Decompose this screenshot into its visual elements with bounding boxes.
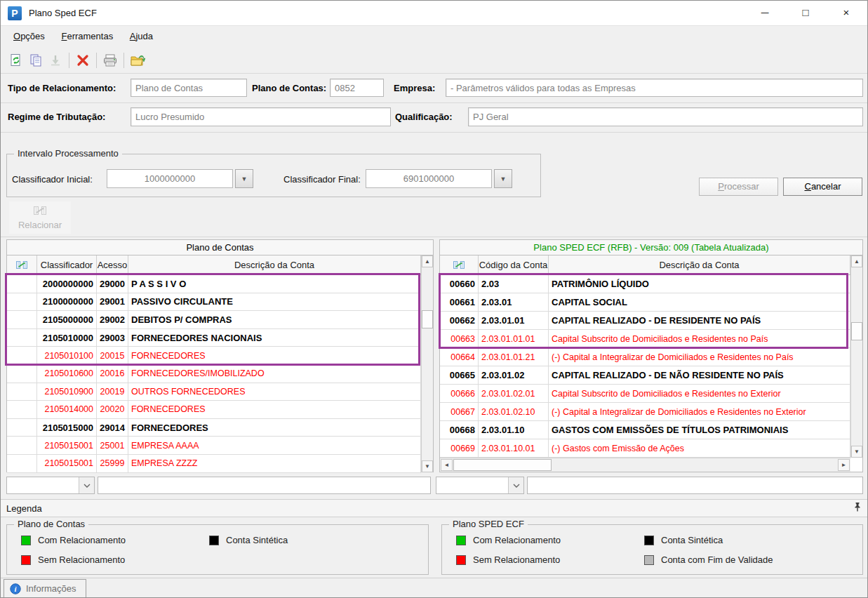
classificador-inicial-input[interactable]: 1000000000 (107, 169, 233, 188)
right-filter-input[interactable] (527, 477, 863, 494)
scrollbar-thumb[interactable] (453, 459, 552, 471)
plano-contas-header: Classificador Acesso Descrição da Conta (7, 255, 421, 275)
table-row[interactable]: 2105000000 29002 DEBITOS P/ COMPRAS (7, 311, 421, 329)
column-header-codigo[interactable]: Código da Conta (479, 255, 549, 274)
row-indicator-cell (7, 329, 37, 347)
table-row[interactable]: 2105010900 20019 OUTROS FORNECEDORES (7, 383, 421, 401)
column-header-acesso[interactable]: Acesso (97, 255, 128, 274)
descricao-cell: FORNECEDORES/IMOBILIZADO (128, 365, 421, 383)
descricao-cell: GASTOS COM EMISSÕES DE TÍTULOS PATRIMONI… (549, 421, 850, 439)
minimize-button[interactable]: ─ (749, 1, 781, 25)
pin-icon[interactable] (853, 502, 862, 514)
relate-grid-icon[interactable] (440, 255, 479, 274)
refresh-icon[interactable] (6, 51, 26, 70)
row-indicator-cell (7, 275, 37, 293)
relacionar-button[interactable]: Relacionar (9, 201, 71, 234)
regime-field[interactable]: Lucro Presumido (131, 107, 391, 126)
acesso-cell: 20015 (97, 347, 128, 364)
scrollbar-thumb[interactable] (851, 322, 862, 340)
menu-opcoes[interactable]: Opções (6, 27, 52, 46)
table-row[interactable]: 2105015001 25999 EMPRESA ZZZZ (7, 455, 421, 473)
table-row[interactable]: 2000000000 29000 P A S S I V O (7, 275, 421, 293)
app-icon: P (8, 6, 22, 20)
tab-informacoes[interactable]: i Informações (4, 579, 86, 598)
descricao-cell: EMPRESA AAAA (128, 437, 421, 454)
table-row[interactable]: 2105010000 29003 FORNECEDORES NACIONAIS (7, 329, 421, 347)
row-indicator-cell (7, 347, 37, 364)
table-row[interactable]: 2105010600 20016 FORNECEDORES/IMOBILIZAD… (7, 365, 421, 383)
scrollbar-thumb[interactable] (422, 310, 433, 328)
table-row[interactable]: 2105015001 25001 EMPRESA AAAA (7, 437, 421, 455)
cancelar-button[interactable]: Cancelar (783, 178, 862, 196)
table-row[interactable]: 00662 2.03.01.01 CAPITAL REALIZADO - DE … (440, 312, 850, 330)
row-indicator-cell (7, 437, 37, 454)
classificador-final-dropdown[interactable]: ▼ (494, 169, 512, 188)
scroll-right-icon[interactable]: ► (838, 459, 850, 471)
print-icon[interactable] (100, 51, 120, 70)
column-header-descricao[interactable]: Descrição da Conta (128, 255, 421, 274)
descricao-cell: CAPITAL SOCIAL (549, 293, 850, 311)
menu-ferramentas[interactable]: Ferramentas (54, 27, 120, 46)
red-swatch (456, 555, 466, 565)
vertical-scrollbar[interactable]: ▲ ▼ (421, 255, 433, 472)
table-row[interactable]: 2105010100 20015 FORNECEDORES (7, 347, 421, 365)
delete-icon[interactable] (73, 51, 93, 70)
classificador-final-input[interactable]: 6901000000 (366, 169, 492, 188)
vertical-scrollbar[interactable]: ▲ ▼ (850, 255, 862, 458)
classificador-inicial-dropdown[interactable]: ▼ (235, 169, 253, 188)
empresa-field[interactable]: - Parâmetros válidos para todas as Empre… (446, 79, 863, 97)
numero-cell: 00664 (440, 348, 479, 366)
processar-button[interactable]: Processar (699, 178, 778, 196)
codigo-cell: 2.03.01.02.01 (479, 385, 549, 402)
table-row[interactable]: 00661 2.03.01 CAPITAL SOCIAL (440, 293, 850, 312)
codigo-cell: 2.03.01.01.21 (479, 348, 549, 366)
menu-ajuda[interactable]: Ajuda (123, 27, 160, 46)
numero-cell: 00669 (440, 439, 479, 457)
descricao-cell: FORNECEDORES NACIONAIS (128, 329, 421, 347)
maximize-button[interactable]: □ (789, 1, 822, 25)
column-header-descricao[interactable]: Descrição da Conta (549, 255, 850, 274)
table-row[interactable]: 00665 2.03.01.02 CAPITAL REALIZADO - DE … (440, 366, 850, 385)
table-row[interactable]: 2100000000 29001 PASSIVO CIRCULANTE (7, 293, 421, 312)
scroll-down-icon[interactable]: ▼ (851, 446, 862, 458)
table-row[interactable]: 00668 2.03.01.10 GASTOS COM EMISSÕES DE … (440, 421, 850, 439)
left-filter-combo[interactable] (6, 477, 95, 494)
scroll-up-icon[interactable]: ▲ (422, 255, 433, 267)
relate-grid-icon[interactable] (7, 255, 37, 274)
descricao-cell: FORNECEDORES (128, 419, 421, 437)
plano-contas-table-title: Plano de Contas (7, 240, 433, 255)
scroll-up-icon[interactable]: ▲ (851, 255, 862, 267)
table-row[interactable]: 00664 2.03.01.01.21 (-) Capital a Integr… (440, 348, 850, 366)
classificador-inicial-label: Classificador Inicial: (12, 174, 93, 185)
scroll-down-icon[interactable]: ▼ (422, 460, 433, 472)
copy-icon[interactable] (26, 51, 46, 70)
scroll-left-icon[interactable]: ◄ (441, 459, 453, 471)
left-filter-input[interactable] (98, 477, 431, 494)
table-row[interactable]: 2105014000 20020 FORNECEDORES (7, 401, 421, 419)
right-filter-combo[interactable] (436, 477, 524, 494)
qualificacao-field[interactable]: PJ Geral (468, 107, 863, 126)
table-row[interactable]: 00669 2.03.01.10.01 (-) Gastos com Emiss… (440, 439, 850, 458)
descricao-cell: FORNECEDORES (128, 347, 421, 364)
chevron-down-icon[interactable] (508, 477, 523, 493)
table-row[interactable]: 2105015000 29014 FORNECEDORES (7, 419, 421, 437)
plano-contas-field[interactable]: 0852 (330, 79, 384, 97)
table-row[interactable]: 00663 2.03.01.01.01 Capital Subscrito de… (440, 330, 850, 348)
separator (1, 102, 867, 103)
table-row[interactable]: 00666 2.03.01.02.01 Capital Subscrito de… (440, 385, 850, 403)
codigo-cell: 2.03.01.02 (479, 366, 549, 384)
open-folder-icon[interactable] (128, 51, 147, 70)
horizontal-scrollbar[interactable]: ◄ ► (440, 458, 850, 472)
numero-cell: 00665 (440, 366, 479, 384)
descricao-cell: (-) Capital a Integralizar de Domiciliad… (549, 348, 850, 366)
acesso-cell: 20016 (97, 365, 128, 383)
descricao-cell: Capital Subscrito de Domiciliados e Resi… (549, 385, 850, 402)
table-row[interactable]: 00660 2.03 PATRIMÔNIO LÍQUIDO (440, 275, 850, 293)
tipo-relacionamento-field[interactable]: Plano de Contas (131, 79, 247, 97)
table-row[interactable]: 00667 2.03.01.02.10 (-) Capital a Integr… (440, 403, 850, 421)
legend-item: Com Relacionamento (456, 535, 561, 545)
legend-item: Conta Sintética (644, 535, 723, 545)
column-header-classificador[interactable]: Classificador (37, 255, 97, 274)
close-button[interactable]: × (830, 1, 862, 25)
chevron-down-icon[interactable] (79, 477, 94, 493)
